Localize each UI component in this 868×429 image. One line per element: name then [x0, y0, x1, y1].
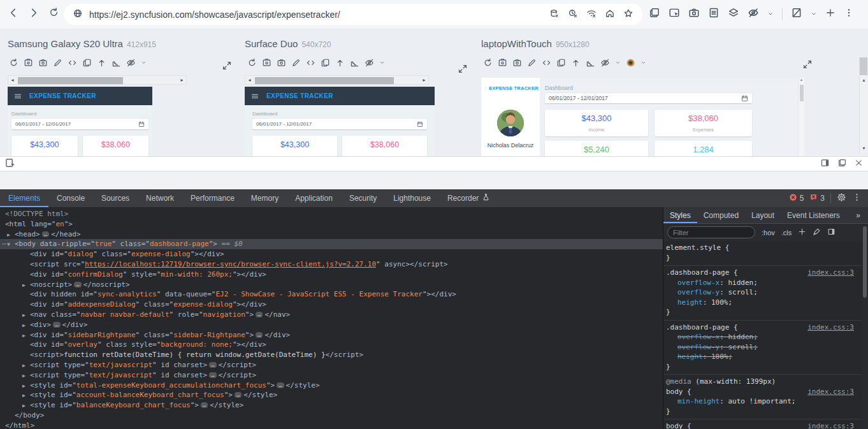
chevron-down-icon[interactable] [811, 8, 817, 20]
tab-groups-icon[interactable] [649, 7, 660, 21]
forward-button[interactable] [28, 7, 42, 21]
reload-icon[interactable] [483, 58, 493, 68]
dom-tree-node[interactable]: ▶<head>…</head> [0, 229, 663, 240]
ruler-icon[interactable] [586, 58, 595, 68]
collapsed-content-ellipsis[interactable]: … [277, 382, 284, 388]
page-vertical-scrollbar[interactable]: ▲ ▼ [859, 57, 867, 153]
hamburger-menu-icon[interactable] [251, 92, 259, 100]
scroll-left-arrow[interactable]: ◂ [245, 76, 254, 84]
devtools-tab-performance[interactable]: Performance [182, 189, 243, 207]
scroll-left-arrow[interactable]: ◂ [8, 76, 17, 84]
devtools-tab-network[interactable]: Network [138, 189, 182, 207]
date-range-input[interactable]: 06/01/2017 - 12/01/2017 [252, 119, 427, 130]
dom-tree-node[interactable]: <!DOCTYPE html> [0, 209, 663, 219]
horizontal-scrollbar[interactable]: ◂ ▸ [8, 75, 187, 85]
toggle-sidebar-icon[interactable] [827, 228, 835, 237]
css-rule[interactable]: element.style {} [663, 241, 862, 266]
dom-tree-node[interactable]: <div id="addexpenseDialog" class="expens… [0, 300, 663, 310]
visibility-off-icon[interactable] [600, 58, 610, 68]
rendering-brush-icon[interactable] [813, 228, 821, 237]
scroll-right-arrow[interactable]: ▸ [178, 76, 186, 84]
dom-tree-node[interactable]: <script src="https://localhost:12719/bro… [0, 259, 663, 270]
collapsed-content-ellipsis[interactable]: … [42, 231, 49, 237]
draw-icon[interactable] [291, 58, 301, 68]
devtools-tab-console[interactable]: Console [48, 189, 93, 207]
devtools-tab-security[interactable]: Security [341, 189, 385, 207]
styles-filter-input[interactable]: Filter [667, 226, 755, 238]
screenshot-icon[interactable] [277, 58, 286, 68]
styles-scrollbar[interactable] [862, 224, 868, 429]
collapsed-arrow-icon[interactable]: ▶ [22, 381, 25, 391]
fullscreen-icon[interactable] [458, 64, 468, 74]
css-rule[interactable]: .dashboard-page {index.css:3overflow-x: … [663, 266, 862, 321]
site-info-icon[interactable] [73, 8, 83, 21]
collapsed-arrow-icon[interactable]: ▶ [22, 371, 25, 381]
chevron-down-icon[interactable] [767, 8, 774, 20]
back-button[interactable] [8, 7, 22, 21]
dom-tree-node[interactable]: ▶<script type="text/javascript" id chars… [0, 360, 663, 370]
devtools-tab-sources[interactable]: Sources [93, 189, 138, 207]
address-bar[interactable]: https://ej2.syncfusion.com/showcase/java… [64, 4, 642, 25]
code-icon[interactable] [68, 58, 77, 68]
chevron-down-icon[interactable] [640, 60, 646, 66]
dom-tree-node[interactable]: ▶<style id="balanceKeyboard_chart_focus"… [0, 400, 663, 411]
scrollbar-thumb[interactable] [863, 226, 867, 298]
issues-count-badge[interactable]: 3 [809, 193, 825, 203]
scrollbar-thumb[interactable] [18, 77, 123, 84]
reload-icon[interactable] [247, 58, 257, 68]
collapsed-content-ellipsis[interactable]: … [74, 282, 81, 287]
dom-tree-node[interactable]: ▶<script type="text/javascript" id chars… [0, 370, 663, 381]
screenshot-icon[interactable] [512, 58, 522, 68]
dom-tree-node[interactable]: <script>function retDate(DateTime) { ret… [0, 350, 663, 360]
collapsed-content-ellipsis[interactable]: … [201, 402, 208, 408]
layers-icon[interactable] [728, 7, 739, 21]
device-toolbar-toggle-icon[interactable] [5, 157, 16, 171]
screenshot-frame-icon[interactable] [24, 58, 33, 68]
date-range-input[interactable]: 06/01/2017 - 12/01/2017 [545, 93, 752, 104]
collapsed-arrow-icon[interactable]: ▶ [22, 331, 25, 341]
sidebar-tab-event-listeners[interactable]: Event Listeners [781, 207, 846, 223]
reading-mode-icon[interactable] [791, 7, 802, 21]
dom-tree-node[interactable]: ▶<nav class="navbar navbar-default" role… [0, 310, 663, 320]
duplicate-icon[interactable] [321, 58, 330, 68]
user-avatar[interactable] [497, 110, 524, 136]
dom-tree-node[interactable]: <div id="dialog" class="expense-dialog">… [0, 249, 663, 259]
screenshot-frame-icon[interactable] [498, 58, 507, 68]
visibility-off-icon[interactable] [365, 58, 374, 68]
element-class-toggle[interactable]: .cls [781, 229, 792, 236]
dom-tree-node[interactable]: ▶<style id="account-balanceKeyboard_char… [0, 390, 663, 400]
close-devtools-icon[interactable] [855, 158, 863, 170]
chevron-down-icon[interactable] [141, 60, 147, 66]
error-count-badge[interactable]: 5 [789, 193, 804, 203]
dom-tree-node[interactable]: <div id="overlay" class style="backgroun… [0, 340, 663, 350]
dom-tree-node[interactable]: ▶<div>…</div> [0, 320, 663, 330]
draw-icon[interactable] [53, 58, 62, 68]
hamburger-menu-icon[interactable] [14, 92, 22, 100]
css-rule[interactable]: body {index.css:3background: ▶ linear-gr… [663, 419, 862, 429]
upload-icon[interactable] [571, 58, 581, 68]
screenshot-icon[interactable] [38, 58, 48, 68]
visibility-off-icon[interactable] [126, 58, 136, 68]
expanded-arrow-icon[interactable]: ▼ [7, 240, 10, 250]
device-vertical-scrollbar[interactable]: ▲ [798, 78, 804, 156]
css-rule[interactable]: @media (max-width: 1399px)body {index.cs… [663, 375, 862, 419]
collapsed-content-ellipsis[interactable]: … [256, 332, 263, 338]
reload-button[interactable] [48, 7, 62, 21]
devtools-tab-lighthouse[interactable]: Lighthouse [385, 189, 439, 207]
fullscreen-icon[interactable] [802, 59, 813, 69]
inspect-window-icon[interactable] [669, 7, 680, 21]
network-off-icon[interactable] [586, 8, 597, 21]
css-rule[interactable]: .dashboard-page {index.css:3overflow-x: … [663, 321, 862, 375]
horizontal-scrollbar[interactable]: ◂ ▸ [245, 75, 429, 85]
devtools-tab-application[interactable]: Application [287, 189, 341, 207]
ruler-icon[interactable] [112, 58, 121, 68]
duplicate-icon[interactable] [82, 58, 92, 68]
settings-gear-icon[interactable] [837, 193, 846, 204]
devtools-tab-recorder[interactable]: Recorder [439, 189, 498, 207]
dock-window-icon[interactable] [837, 158, 847, 170]
dom-tree-node[interactable]: </body> [0, 411, 663, 421]
screenshot-icon[interactable] [688, 7, 700, 21]
dom-tree-node[interactable]: ▶<style id="total-expenseKeyboard_accumu… [0, 381, 663, 391]
dom-tree-node[interactable]: ▶<noscript>…</noscript> [0, 280, 663, 290]
browser-menu-icon[interactable] [844, 8, 854, 20]
